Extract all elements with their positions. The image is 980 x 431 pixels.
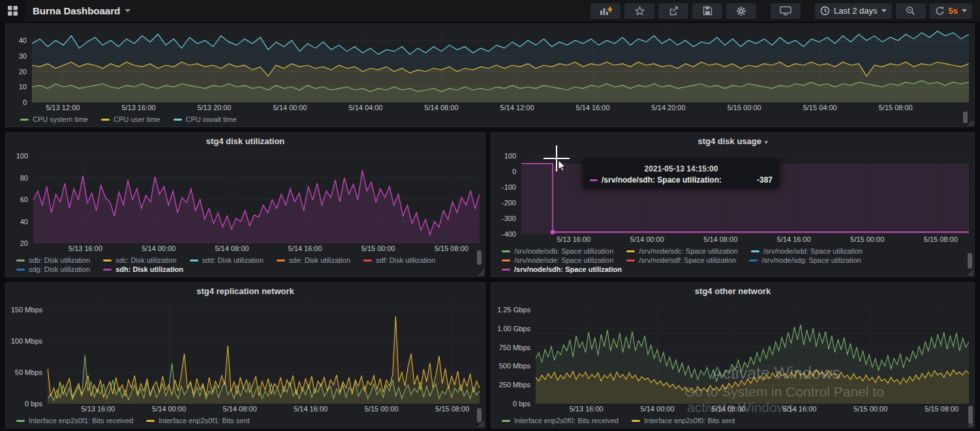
- legend-item[interactable]: CPU user time: [101, 115, 161, 123]
- legend-item[interactable]: /srv/node/sde: Space utilization: [502, 256, 613, 264]
- y-tick-label: -400: [502, 230, 516, 238]
- y-tick-label: 40: [20, 218, 28, 226]
- dashboard-settings-button[interactable]: [726, 3, 756, 19]
- time-range-label: Last 2 days: [834, 6, 878, 16]
- grid-icon: [7, 5, 18, 16]
- legend-item[interactable]: sdg: Disk utilization: [16, 265, 90, 273]
- y-tick-label: 1.25 Gbps: [497, 306, 530, 314]
- share-dashboard-button[interactable]: [658, 3, 688, 19]
- other-network-plot-area[interactable]: [536, 301, 969, 404]
- x-tick-label: 5/13 16:00: [570, 405, 604, 413]
- panel-title[interactable]: stg4 disk utilization: [6, 135, 485, 148]
- disk-usage-plot-area[interactable]: [521, 151, 969, 234]
- legend-item[interactable]: sdd: Disk utilization: [190, 256, 264, 264]
- x-tick-label: 5/14 16:00: [294, 405, 328, 413]
- x-tick-label: 5/13 16:00: [557, 235, 590, 243]
- legend-item[interactable]: /srv/node/sdb: Space utilization: [502, 247, 613, 255]
- panel-resize-handle[interactable]: [478, 269, 484, 276]
- panel-resize-handle[interactable]: [967, 119, 973, 126]
- legend-label: Interface enp2s0f0: Bits received: [514, 417, 619, 424]
- x-tick-label: 5/15 00:00: [850, 235, 884, 243]
- x-tick-label: 5/14 00:00: [273, 104, 307, 111]
- x-tick-label: 5/14 08:00: [425, 104, 459, 111]
- legend-item[interactable]: Interface enp2s0f0: Bits received: [502, 417, 619, 424]
- legend-label: /srv/node/sde: Space utilization: [514, 256, 613, 264]
- legend-swatch: [103, 269, 112, 271]
- legend-label: CPU system time: [33, 115, 88, 123]
- y-tick-label: -200: [502, 199, 516, 207]
- legend-item[interactable]: /srv/node/sdg: Space utilization: [749, 256, 861, 264]
- legend-swatch: [16, 269, 25, 271]
- y-tick-label: 20: [19, 68, 27, 76]
- add-panel-button[interactable]: [590, 3, 620, 19]
- legend-label: CPU iowait time: [186, 115, 237, 123]
- legend-item[interactable]: /srv/node/sdh: Space utilization: [502, 265, 622, 273]
- x-tick-label: 5/15 00:00: [853, 405, 887, 413]
- legend-item[interactable]: CPU system time: [20, 115, 88, 123]
- legend-item[interactable]: CPU iowait time: [174, 115, 237, 123]
- save-dashboard-button[interactable]: [692, 3, 722, 19]
- chevron-down-icon: [962, 9, 967, 12]
- legend-label: /srv/node/sdc: Space utilization: [639, 247, 738, 255]
- cycle-view-mode-button[interactable]: [771, 3, 801, 19]
- legend-label: sdb: Disk utilization: [29, 256, 90, 264]
- x-tick-label: 5/15 00:00: [361, 245, 395, 252]
- time-range-picker[interactable]: Last 2 days: [815, 3, 892, 19]
- legend-item[interactable]: Interface enp2s0f1: Bits received: [16, 417, 133, 424]
- disk-util-plot-area[interactable]: [33, 151, 480, 243]
- y-tick-label: 0: [512, 168, 516, 175]
- legend-item[interactable]: sdf: Disk utilization: [363, 256, 435, 264]
- legend-item[interactable]: /srv/node/sdf: Space utilization: [626, 256, 736, 264]
- legend-item[interactable]: /srv/node/sdd: Space utilization: [751, 247, 863, 255]
- scrollbar-thumb[interactable]: [477, 250, 482, 265]
- cpu-y-axis: 010203040: [6, 28, 32, 102]
- legend-item[interactable]: sdc: Disk utilization: [103, 256, 177, 264]
- refresh-picker[interactable]: 5s: [930, 3, 972, 19]
- panel-title[interactable]: stg4 replication network: [6, 285, 485, 298]
- scrollbar-thumb[interactable]: [968, 253, 972, 269]
- x-tick-label: 5/14 00:00: [630, 235, 664, 243]
- legend-label: CPU user time: [114, 115, 161, 123]
- panel-title[interactable]: stg4 disk usage▾: [491, 135, 974, 148]
- legend-item[interactable]: Interface enp2s0f0: Bits sent: [632, 417, 735, 424]
- panel-resize-handle[interactable]: [478, 421, 484, 427]
- legend-label: sdf: Disk utilization: [376, 256, 435, 264]
- panel-resize-handle[interactable]: [967, 421, 973, 427]
- replication-plot-area[interactable]: [48, 301, 480, 404]
- x-tick-label: 5/14 20:00: [652, 104, 686, 111]
- x-tick-label: 5/15 04:00: [803, 104, 837, 111]
- x-tick-label: 5/14 12:00: [500, 104, 534, 111]
- cpu-legend: CPU system timeCPU user timeCPU iowait t…: [6, 113, 974, 126]
- legend-item[interactable]: Interface enp2s0f1: Bits sent: [146, 417, 249, 424]
- legend-swatch: [751, 250, 759, 252]
- x-tick-label: 5/14 16:00: [288, 245, 322, 252]
- legend-swatch: [502, 250, 510, 252]
- panel-other-network: stg4 other network 0 bps250 Mbps500 Mbps…: [491, 282, 975, 428]
- legend-swatch: [626, 250, 635, 252]
- panel-menu-caret[interactable]: ▾: [765, 136, 768, 149]
- legend-item[interactable]: /srv/node/sdc: Space utilization: [626, 247, 738, 255]
- zoom-out-icon: [906, 6, 915, 16]
- legend-label: sdg: Disk utilization: [29, 265, 90, 273]
- legend-swatch: [20, 119, 29, 121]
- cpu-plot-area[interactable]: [32, 28, 969, 102]
- panel-title[interactable]: stg4 other network: [491, 285, 974, 298]
- x-tick-label: 5/14 00:00: [641, 405, 675, 413]
- panel-resize-handle[interactable]: [967, 269, 973, 276]
- y-tick-label: 0: [23, 98, 27, 106]
- clock-icon: [820, 6, 830, 16]
- legend-label: sdh: Disk utilization: [115, 265, 183, 273]
- x-tick-label: 5/14 00:00: [142, 245, 176, 252]
- grafana-menu-button[interactable]: [0, 0, 25, 22]
- legend-item[interactable]: sdh: Disk utilization: [103, 265, 183, 273]
- legend-item[interactable]: sdb: Disk utilization: [16, 256, 90, 264]
- legend-swatch: [502, 269, 510, 271]
- dashboard-title-dropdown[interactable]: Burna Dashboaard: [33, 5, 130, 16]
- legend-item[interactable]: sde: Disk utilization: [277, 256, 350, 264]
- x-tick-label: 5/14 00:00: [152, 405, 186, 413]
- panel-cpu: 010203040 5/13 12:005/13 16:005/13 20:00…: [5, 23, 975, 127]
- legend-swatch: [749, 260, 758, 261]
- star-dashboard-button[interactable]: [624, 3, 654, 19]
- y-tick-label: 750 Mbps: [499, 344, 530, 351]
- zoom-out-time-button[interactable]: [896, 3, 926, 19]
